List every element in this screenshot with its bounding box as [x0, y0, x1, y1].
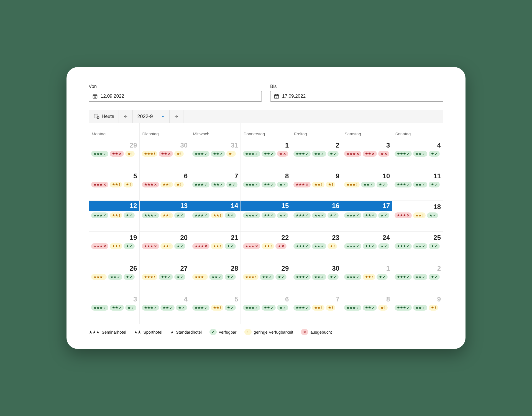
- star-icon: ★★★: [93, 275, 103, 279]
- check-icon: ✓: [271, 183, 273, 186]
- exclaim-icon: !: [103, 275, 104, 279]
- star-icon: ★★: [213, 214, 219, 217]
- availability-badge: ★✓: [226, 182, 237, 187]
- day-number: 19: [91, 234, 137, 242]
- calendar-day[interactable]: 12★★★✓★★!★✓: [89, 201, 140, 231]
- calendar-day[interactable]: 24★★★✓★★✓★✓: [342, 232, 393, 262]
- availability-badge: ★!: [174, 182, 184, 187]
- calendar-day[interactable]: 16★★★✓★★✓★✓: [291, 201, 342, 231]
- availability-badges: ★★★✓★★!★✓: [192, 212, 238, 218]
- calendar-day[interactable]: 30★★★!★★✕★!: [140, 139, 190, 170]
- calendar-day[interactable]: 2★★★✓★★✓★✓: [392, 262, 443, 293]
- calendar-day[interactable]: 2★★★✓★★✓★✓: [291, 139, 342, 170]
- prev-month-button[interactable]: [119, 110, 133, 123]
- svg-text:31: 31: [276, 96, 277, 98]
- star-icon: ★: [431, 183, 434, 186]
- star-icon: ★★: [161, 275, 167, 279]
- calendar-day[interactable]: 14★★★✓★★!★✓: [190, 201, 241, 231]
- star-icon: ★★★: [195, 306, 204, 310]
- calendar-day[interactable]: 1★★★✓★★!★✓: [342, 262, 393, 293]
- check-icon: ✓: [422, 183, 425, 186]
- calendar-day[interactable]: 31★★★✓★★✓★!: [190, 139, 241, 170]
- calendar-icon: 31: [92, 93, 98, 99]
- calendar-day[interactable]: 3★★★✕★★✕★✕: [342, 139, 393, 170]
- availability-badge: ★★★✓: [344, 274, 361, 280]
- availability-badge: ★!: [429, 305, 438, 311]
- to-value: 17.09.2022: [282, 93, 306, 99]
- availability-badge: ★!: [174, 151, 184, 157]
- calendar-day[interactable]: 29★★★!★★✓★✓: [241, 262, 291, 293]
- calendar-day[interactable]: 29★★★✓★★✕★!: [89, 139, 140, 170]
- weekday-label: Sonntag: [392, 123, 443, 139]
- to-input[interactable]: 31 17.09.2022: [270, 91, 443, 102]
- next-month-button[interactable]: [170, 110, 183, 123]
- calendar-day[interactable]: 23★★★✓★★✓★!: [291, 232, 342, 262]
- availability-badge: ★★★✓: [395, 182, 412, 187]
- calendar-day[interactable]: 21★★★✕★★!★✓: [190, 232, 241, 262]
- calendar-day[interactable]: 8★★★✓★★✓★!: [342, 293, 393, 324]
- star-icon: ★★★: [93, 214, 103, 217]
- calendar-day[interactable]: 27★★★!★★✓★✓: [140, 262, 190, 293]
- check-icon: ✓: [321, 152, 324, 156]
- calendar-day[interactable]: 5★★★✕★★!★!: [89, 170, 140, 201]
- calendar-day[interactable]: 9★★★✕★★!★!: [291, 170, 342, 201]
- check-icon: ✓: [422, 245, 425, 248]
- check-icon: ✓: [255, 214, 258, 217]
- check-icon: ✓: [435, 275, 438, 279]
- calendar-day[interactable]: 15★★★✓★★✓★✓: [241, 201, 291, 231]
- weekday-label: Mittwoch: [190, 123, 241, 139]
- calendar-day[interactable]: 18★★★✕★★!★✓: [392, 201, 443, 231]
- availability-badge: ★★★✓: [91, 212, 108, 218]
- today-button[interactable]: Heute: [89, 110, 119, 123]
- star-icon: ★★: [365, 275, 371, 279]
- availability-badges: ★★★✓★★✓★!: [344, 305, 390, 311]
- check-icon: ✓: [306, 152, 308, 156]
- calendar-day[interactable]: 28★★★!★★✓★✓: [190, 262, 241, 293]
- calendar-day[interactable]: 6★★★✕★★!★!: [140, 170, 190, 201]
- availability-badge: ★✓: [225, 305, 236, 311]
- calendar-day[interactable]: 11★★★✓★★✓★✓: [392, 170, 443, 201]
- calendar-day[interactable]: 22★★★✕★★!★✕: [241, 232, 291, 262]
- star-icon: ★★★: [397, 306, 406, 310]
- check-icon: ✓: [321, 275, 324, 279]
- calendar-day[interactable]: 20★★★✕★★!★✓: [140, 232, 190, 262]
- calendar-day[interactable]: 25★★★✓★★✓★✓: [392, 232, 443, 262]
- check-icon: ✓: [154, 306, 157, 310]
- calendar-day[interactable]: 10★★★!★★✓★✓: [342, 170, 393, 201]
- exclaim-icon: !: [119, 183, 120, 186]
- calendar-day[interactable]: 3★★★✓★★✓★✓: [89, 293, 140, 324]
- star-icon: ★★: [112, 244, 118, 248]
- availability-badge: ★✓: [377, 274, 388, 280]
- month-selector[interactable]: 2022-9: [133, 110, 170, 123]
- availability-badge: ★!: [326, 182, 335, 187]
- calendar-day[interactable]: 7★★★✓★★✓★✓: [190, 170, 241, 201]
- calendar-day[interactable]: 26★★★!★★✓★✓: [89, 262, 140, 293]
- calendar-day[interactable]: 6★★★✓★★✓★✓: [241, 293, 291, 324]
- star-icon: ★★★: [245, 275, 254, 279]
- calendar-day[interactable]: 19★★★✕★★!★✓: [89, 232, 140, 262]
- availability-badges: ★★★✓★★✓★✓: [243, 182, 289, 187]
- availability-badges: ★★★✓★★✓★!: [192, 151, 238, 157]
- star-icon: ★★: [163, 214, 169, 217]
- calendar-day[interactable]: 13★★★✓★★!★✓: [140, 201, 190, 231]
- calendar-day[interactable]: 7★★★✓★★!★!: [291, 293, 342, 324]
- calendar-day[interactable]: 5★★★✓★★!★✓: [190, 293, 241, 324]
- availability-badges: ★★★✓★★✓★!: [395, 305, 441, 311]
- calendar-day[interactable]: 8★★★✓★★✓★✓: [241, 170, 291, 201]
- star-icon: ★★★: [93, 244, 103, 248]
- check-icon: ✓: [231, 214, 234, 217]
- star-icon: ★★★: [397, 214, 406, 217]
- calendar-day[interactable]: 30★★★✓★★✓★✓: [291, 262, 342, 293]
- calendar-day[interactable]: 4★★★✓★★✓★✓: [392, 139, 443, 170]
- calendar-day[interactable]: 17★★★✓★★✓★✓: [342, 201, 393, 231]
- check-icon: ✓: [306, 214, 308, 217]
- availability-badge: ★★★✓: [243, 182, 260, 187]
- calendar-day[interactable]: 4★★★✓★★✓★✓: [140, 293, 190, 324]
- availability-badges: ★★★✓★★✓★✓: [395, 151, 441, 157]
- availability-badge: ★★✓: [312, 151, 326, 157]
- calendar-day[interactable]: 1★★★✓★★✓★✕: [241, 139, 291, 170]
- availability-badges: ★★★!★★✓★✓: [243, 274, 289, 280]
- calendar-day[interactable]: 9★★★✓★★✓★!: [392, 293, 443, 324]
- from-input[interactable]: 31 12.09.2022: [89, 91, 262, 102]
- exclaim-icon: !: [384, 306, 385, 310]
